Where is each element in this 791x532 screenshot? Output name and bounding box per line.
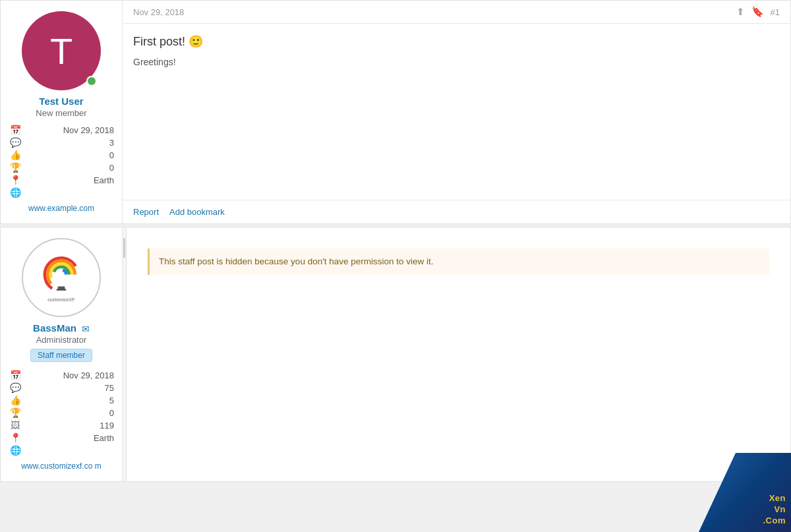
calendar-icon-2: 📅: [9, 370, 22, 380]
post-1-footer: Report Add bookmark: [123, 200, 790, 223]
messages-value-2: 75: [22, 383, 114, 393]
post-1-sidebar: T Test User New member 📅 Nov 29, 2018 💬 …: [1, 1, 123, 223]
globe-icon-2: 🌐: [9, 445, 22, 456]
stat-media-2: 🖼 119: [9, 420, 114, 430]
avatar-wrapper-2: customizeXF: [22, 238, 101, 317]
location-icon-1: 📍: [9, 175, 22, 185]
location-icon-2: 📍: [9, 432, 22, 443]
trophy-icon-1: 🏆: [9, 162, 22, 173]
stat-messages-2: 💬 75: [9, 382, 114, 393]
bookmark-icon[interactable]: 🔖: [751, 6, 764, 18]
trophy-icon-2: 🏆: [9, 407, 22, 418]
post-1-title: First post! 🙂: [133, 34, 780, 49]
messages-icon-1: 💬: [9, 137, 22, 148]
staff-badge: Staff member: [30, 349, 92, 362]
website-link-2[interactable]: www.customizexf.co m: [21, 461, 101, 471]
bookmark-link[interactable]: Add bookmark: [169, 207, 225, 217]
username-2[interactable]: BassMan: [33, 322, 76, 334]
trophy-value-2: 0: [22, 408, 114, 418]
username-1[interactable]: Test User: [39, 96, 83, 107]
post-2-content: This staff post is hidden because you do…: [127, 227, 790, 481]
svg-point-6: [57, 270, 66, 279]
post-1-content: Nov 29, 2018 ⬆ 🔖 #1 First post! 🙂 Greeti…: [123, 1, 790, 223]
stat-globe-1: 🌐: [9, 187, 114, 198]
joined-value-2: Nov 29, 2018: [22, 370, 114, 380]
avatar-letter-1: T: [50, 30, 73, 73]
stat-globe-2: 🌐: [9, 445, 114, 456]
reaction-value-2: 5: [22, 396, 114, 405]
messages-icon-2: 💬: [9, 382, 22, 393]
stat-location-2: 📍 Earth: [9, 432, 114, 443]
stat-reaction-2: 👍 5: [9, 395, 114, 405]
media-icon-2: 🖼: [9, 420, 22, 430]
post-1-actions: ⬆ 🔖 #1: [736, 6, 780, 18]
like-icon-1: 👍: [9, 150, 22, 160]
calendar-icon-1: 📅: [9, 125, 22, 135]
stat-joined-1: 📅 Nov 29, 2018: [9, 125, 114, 135]
post-1-text: Greetings!: [133, 55, 780, 69]
watermark-line1: Xen: [769, 493, 786, 503]
watermark-line2: Vn: [774, 504, 786, 514]
trophy-value-1: 0: [22, 163, 114, 173]
hidden-post-notice: This staff post is hidden because you do…: [148, 249, 769, 275]
avatar-2: customizeXF: [22, 238, 101, 317]
like-icon-2: 👍: [9, 395, 22, 405]
location-value-1: Earth: [22, 175, 114, 185]
watermark-text: Xen Vn .Com: [763, 493, 786, 527]
post-1-number: #1: [771, 7, 780, 17]
mail-icon-2[interactable]: ✉: [82, 324, 90, 334]
post-2: customizeXF BassMan ✉ Administrator Staf…: [0, 227, 791, 482]
post-1-header: Nov 29, 2018 ⬆ 🔖 #1: [123, 1, 790, 24]
post-2-sidebar: customizeXF BassMan ✉ Administrator Staf…: [1, 227, 123, 481]
user-title-1: New member: [36, 108, 86, 118]
indicator-bar: [123, 238, 125, 258]
globe-icon-1: 🌐: [9, 187, 22, 198]
stat-messages-1: 💬 3: [9, 137, 114, 148]
post-1-body: First post! 🙂 Greetings!: [123, 24, 790, 200]
messages-value-1: 3: [22, 138, 114, 148]
post-2-body: This staff post is hidden because you do…: [127, 227, 790, 481]
post-1: T Test User New member 📅 Nov 29, 2018 💬 …: [0, 0, 791, 224]
post-1-timestamp: Nov 29, 2018: [133, 7, 184, 17]
bulb-svg: customizeXF: [32, 248, 91, 307]
online-dot-1: [86, 76, 97, 86]
user-title-2: Administrator: [36, 335, 87, 345]
report-link[interactable]: Report: [133, 207, 159, 217]
location-value-2: Earth: [22, 433, 114, 443]
user-stats-1: 📅 Nov 29, 2018 💬 3 👍 0 🏆 0 📍 Eart: [9, 125, 114, 200]
share-icon[interactable]: ⬆: [736, 6, 745, 18]
svg-rect-0: [58, 287, 65, 289]
joined-value-1: Nov 29, 2018: [22, 125, 114, 135]
stat-location-1: 📍 Earth: [9, 175, 114, 185]
reaction-value-1: 0: [22, 150, 114, 160]
username-row-2: BassMan ✉: [33, 322, 90, 335]
svg-text:customizeXF: customizeXF: [47, 297, 75, 303]
stat-trophy-1: 🏆 0: [9, 162, 114, 173]
svg-rect-1: [57, 289, 66, 291]
media-value-2: 119: [22, 421, 114, 430]
website-link-1[interactable]: www.example.com: [28, 204, 94, 213]
stat-trophy-2: 🏆 0: [9, 407, 114, 418]
watermark-line3: .Com: [763, 516, 786, 525]
page-wrapper: T Test User New member 📅 Nov 29, 2018 💬 …: [0, 0, 791, 532]
stat-joined-2: 📅 Nov 29, 2018: [9, 370, 114, 380]
avatar-wrapper-1: T: [22, 11, 101, 90]
stat-reaction-1: 👍 0: [9, 150, 114, 160]
user-stats-2: 📅 Nov 29, 2018 💬 75 👍 5 🏆 0 🖼 119: [9, 370, 114, 458]
